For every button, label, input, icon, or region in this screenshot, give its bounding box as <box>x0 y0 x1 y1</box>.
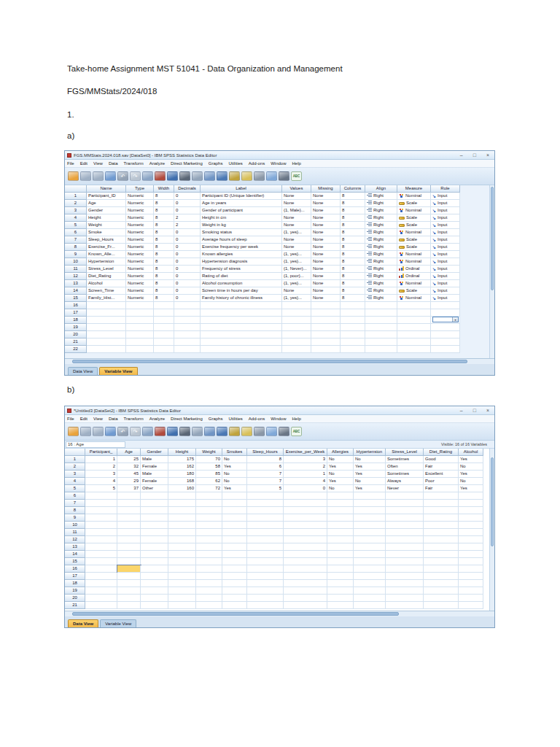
cell[interactable] <box>365 324 397 331</box>
cell[interactable] <box>87 302 126 309</box>
cell[interactable]: Yes <box>354 485 386 492</box>
row-number[interactable]: 22 <box>65 346 87 353</box>
cell[interactable] <box>284 573 327 580</box>
cell[interactable]: Other <box>141 485 168 492</box>
cell[interactable]: Right <box>365 287 397 295</box>
cell[interactable] <box>311 309 341 317</box>
cell[interactable] <box>431 331 460 338</box>
cell[interactable] <box>386 543 424 551</box>
cell[interactable]: 8 <box>341 266 365 273</box>
insert-variable-icon[interactable] <box>204 171 215 181</box>
cell[interactable]: Hypertension <box>87 258 126 266</box>
cell[interactable]: Right <box>365 200 397 207</box>
cell[interactable] <box>141 602 168 609</box>
cell[interactable]: 0 <box>174 295 201 302</box>
cell[interactable] <box>354 529 386 536</box>
cell[interactable] <box>459 522 483 529</box>
menu-help[interactable]: Help <box>292 161 301 166</box>
cell[interactable]: Scale <box>397 287 431 295</box>
cell[interactable]: None <box>311 258 341 266</box>
cell[interactable] <box>311 324 341 331</box>
cell[interactable] <box>341 302 365 309</box>
cell[interactable] <box>284 522 327 529</box>
cell[interactable]: 32 <box>117 463 141 471</box>
cell[interactable]: 0 <box>174 273 201 280</box>
cell[interactable]: 8 <box>154 266 174 273</box>
cell[interactable]: Male <box>141 456 168 463</box>
cell[interactable] <box>386 507 424 514</box>
cell[interactable]: Right <box>365 236 397 244</box>
row-number[interactable]: 3 <box>65 471 85 478</box>
cell[interactable] <box>284 565 327 573</box>
tab-variable-view[interactable]: Variable View <box>99 367 137 375</box>
cell[interactable]: Input <box>431 193 460 200</box>
menu-utilities[interactable]: Utilities <box>228 417 242 421</box>
cell[interactable]: 8 <box>154 244 174 251</box>
cell[interactable]: None <box>282 214 311 222</box>
cell[interactable]: {1, Never}... <box>282 266 311 273</box>
column-header-gender[interactable]: Gender <box>141 449 168 456</box>
cell[interactable] <box>247 602 284 609</box>
cell[interactable] <box>247 500 284 507</box>
weight-cases-icon[interactable] <box>229 427 240 436</box>
cell[interactable] <box>459 500 483 507</box>
cell[interactable]: No <box>354 456 386 463</box>
cell[interactable]: Input <box>431 222 460 229</box>
restore-icon[interactable]: □ <box>473 152 476 158</box>
insert-cases-icon[interactable] <box>192 427 203 436</box>
menu-view[interactable]: View <box>93 161 103 166</box>
corner-cell[interactable] <box>65 449 85 456</box>
cell[interactable] <box>85 529 117 536</box>
cell[interactable]: None <box>311 236 341 244</box>
cell[interactable] <box>327 507 354 514</box>
cell[interactable]: 0 <box>174 193 201 200</box>
cell[interactable] <box>117 580 141 587</box>
recall-dialogs-icon[interactable] <box>105 427 116 436</box>
cell[interactable]: Right <box>365 280 397 287</box>
cell[interactable] <box>168 514 196 522</box>
cell[interactable] <box>282 309 311 317</box>
cell[interactable] <box>341 317 365 324</box>
cell[interactable] <box>141 529 168 536</box>
horizontal-scrollbar-thumb[interactable] <box>72 612 399 616</box>
titlebar[interactable]: FGS.MMStats.2024.018.sav [DataSet0] - IB… <box>65 151 494 160</box>
row-number[interactable]: 18 <box>65 580 85 587</box>
cell[interactable] <box>201 338 282 346</box>
cell[interactable]: Scale <box>397 236 431 244</box>
cell[interactable]: 8 <box>154 229 174 236</box>
cell[interactable]: 8 <box>154 207 174 214</box>
cell[interactable] <box>117 536 141 543</box>
cell[interactable]: 8 <box>154 193 174 200</box>
cell[interactable] <box>85 580 117 587</box>
insert-cases-icon[interactable] <box>192 171 203 181</box>
cell[interactable] <box>459 551 483 558</box>
cell[interactable] <box>354 492 386 500</box>
column-header-height[interactable]: Height <box>168 449 196 456</box>
cell[interactable] <box>87 331 126 338</box>
row-number[interactable]: 21 <box>65 338 87 346</box>
cell[interactable]: No <box>327 485 354 492</box>
cell[interactable]: 160 <box>168 485 196 492</box>
cell[interactable] <box>459 595 483 602</box>
row-number[interactable]: 5 <box>65 485 85 492</box>
cell[interactable]: Sometimes <box>386 471 424 478</box>
row-number[interactable]: 14 <box>65 287 87 295</box>
tab-data-view[interactable]: Data View <box>68 367 98 375</box>
cell[interactable] <box>247 492 284 500</box>
cell[interactable] <box>459 573 483 580</box>
cell[interactable]: Scale <box>397 222 431 229</box>
cell[interactable]: 1 <box>85 456 117 463</box>
cell[interactable]: 8 <box>341 193 365 200</box>
cell[interactable]: 2 <box>174 222 201 229</box>
cell[interactable]: Input <box>431 214 460 222</box>
cell[interactable] <box>85 522 117 529</box>
cell[interactable]: 72 <box>196 485 222 492</box>
minimize-icon[interactable]: – <box>460 408 463 413</box>
cell[interactable] <box>459 514 483 522</box>
menu-direct-marketing[interactable]: Direct Marketing <box>171 417 203 421</box>
cell[interactable]: Input <box>431 229 460 236</box>
row-number[interactable]: 18 <box>65 317 87 324</box>
cell[interactable] <box>247 565 284 573</box>
cell[interactable]: Numeric <box>126 295 154 302</box>
cell[interactable] <box>85 514 117 522</box>
